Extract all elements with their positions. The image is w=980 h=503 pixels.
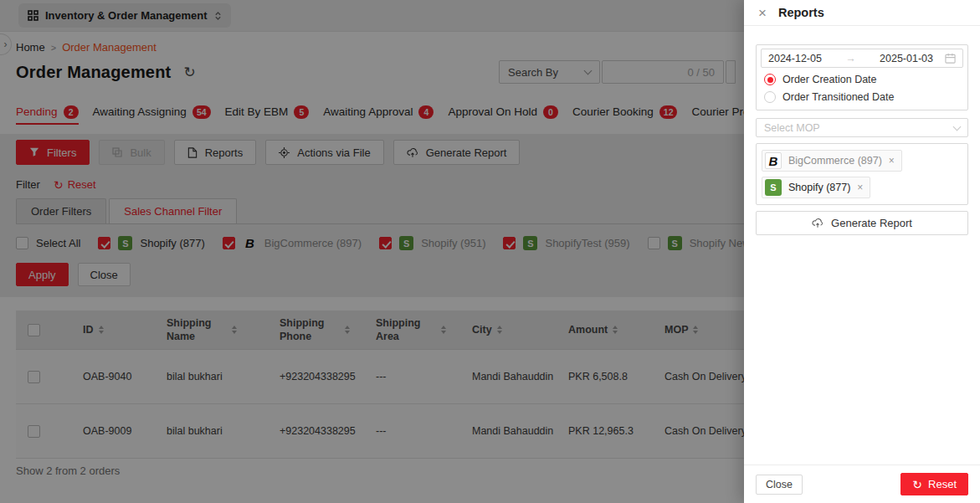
shopify-icon: S <box>765 179 782 196</box>
bigcommerce-icon: B <box>765 152 782 169</box>
chevron-down-icon <box>953 122 962 131</box>
tag-label: BigCommerce (897) <box>788 155 882 167</box>
date-to[interactable]: 2025-01-03 <box>880 53 933 64</box>
tag-bigcommerce-897[interactable]: B BigCommerce (897) × <box>762 150 902 172</box>
app-root: Inventory & Order Management › Home > Or… <box>0 0 980 503</box>
tag-shopify-877[interactable]: S Shopify (877) × <box>762 177 870 198</box>
close-icon[interactable]: × <box>758 6 767 20</box>
radio-label: Order Transitioned Date <box>782 91 894 103</box>
select-mop-placeholder: Select MOP <box>764 122 820 134</box>
drawer-generate-report-label: Generate Report <box>831 217 912 229</box>
date-from[interactable]: 2024-12-05 <box>768 53 822 64</box>
cloud-upload-icon <box>812 218 824 228</box>
date-range-picker[interactable]: 2024-12-05 → 2025-01-03 <box>761 49 963 68</box>
remove-tag-icon[interactable]: × <box>889 155 895 167</box>
date-filter-card: 2024-12-05 → 2025-01-03 Order Creation D… <box>756 44 968 110</box>
selected-channels-box: B BigCommerce (897) × S Shopify (877) × <box>756 143 968 205</box>
arrow-right-icon: → <box>827 53 875 64</box>
drawer-title: Reports <box>778 6 824 19</box>
drawer-reset-button[interactable]: ↻ Reset <box>900 473 968 495</box>
select-mop-dropdown[interactable]: Select MOP <box>756 118 968 137</box>
tag-label: Shopify (877) <box>788 182 850 193</box>
radio-order-transitioned-date[interactable]: Order Transitioned Date <box>764 91 960 103</box>
drawer-generate-report-button[interactable]: Generate Report <box>756 211 968 235</box>
calendar-icon <box>945 53 956 64</box>
reports-drawer: × Reports 2024-12-05 → 2025-01-03 Order … <box>744 0 980 503</box>
drawer-footer: Close ↻ Reset <box>744 465 980 503</box>
drawer-reset-label: Reset <box>928 478 957 490</box>
drawer-header: × Reports <box>744 0 980 26</box>
drawer-body: 2024-12-05 → 2025-01-03 Order Creation D… <box>744 26 980 465</box>
drawer-close-button[interactable]: Close <box>756 475 803 495</box>
radio-order-creation-date[interactable]: Order Creation Date <box>764 74 960 85</box>
refresh-icon: ↻ <box>912 479 922 490</box>
radio-unselected[interactable] <box>764 91 776 103</box>
remove-tag-icon[interactable]: × <box>857 182 863 193</box>
radio-label: Order Creation Date <box>782 74 877 85</box>
radio-selected[interactable] <box>764 74 776 85</box>
